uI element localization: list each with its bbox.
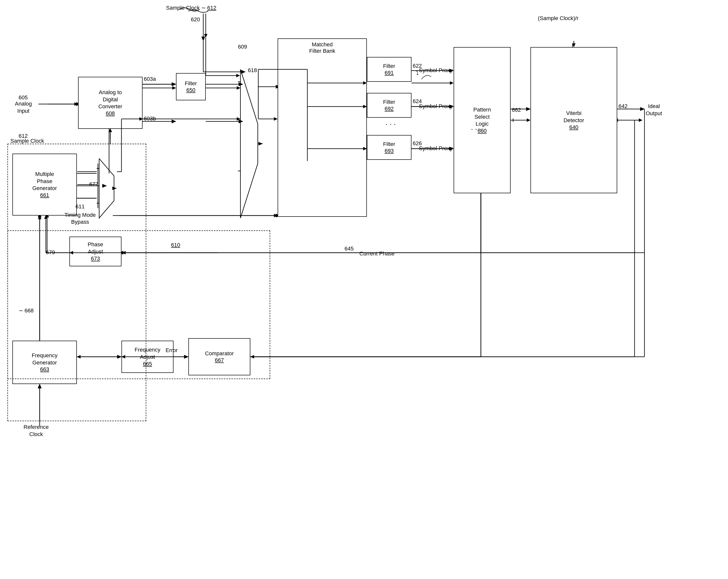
svg-marker-150 bbox=[172, 83, 176, 86]
mfb-label: MatchedFilter Bank bbox=[309, 42, 335, 54]
label-645: 645 bbox=[344, 245, 354, 252]
svg-marker-7 bbox=[172, 83, 176, 86]
filter650-label: Filter bbox=[185, 80, 197, 87]
svg-marker-71 bbox=[259, 142, 263, 145]
filter691-num: 691 bbox=[385, 70, 394, 76]
sample-clock-left-label: Sample Clock bbox=[10, 138, 44, 145]
viterbi-label: Viterbi Detector bbox=[564, 110, 584, 124]
filter693-num: 693 bbox=[385, 148, 394, 154]
svg-marker-9 bbox=[172, 120, 176, 123]
current-phase-label: Current Phase bbox=[359, 250, 395, 257]
label-642: 642 bbox=[619, 103, 628, 110]
timing-mode-bypass-label: 611 Timing ModeBypass bbox=[64, 203, 96, 226]
analog-input-label: AnalogInput bbox=[15, 100, 32, 114]
symbol-proxy-1-label: Symbol Proxy bbox=[419, 67, 452, 74]
svg-marker-36 bbox=[640, 107, 645, 111]
svg-marker-114 bbox=[274, 214, 278, 217]
filter692-block: Filter 692 bbox=[367, 93, 412, 118]
label-662: 662 bbox=[512, 107, 521, 114]
svg-marker-34 bbox=[526, 107, 530, 111]
diagram-container: Analog to Digital Converter 608 Filter 6… bbox=[0, 0, 728, 579]
label-668: ∼ 668 bbox=[19, 307, 34, 314]
filter691-label: Filter bbox=[383, 63, 395, 70]
svg-marker-112 bbox=[572, 43, 576, 47]
filter691-block: Filter 691 bbox=[367, 57, 412, 82]
svg-marker-110 bbox=[639, 118, 643, 122]
svg-marker-123 bbox=[109, 128, 112, 132]
svg-marker-108 bbox=[527, 118, 530, 122]
label-603b: 603b bbox=[144, 115, 156, 122]
viterbi-block: Viterbi Detector 640 bbox=[530, 47, 617, 193]
svg-marker-76 bbox=[112, 187, 116, 190]
filter693-block: Filter 693 bbox=[367, 135, 412, 160]
phase-mux bbox=[97, 154, 116, 223]
sample-clock-620-label: 620 bbox=[191, 16, 200, 23]
svg-marker-78 bbox=[74, 102, 78, 106]
filter650-num: 650 bbox=[186, 87, 196, 93]
dots-label: · · · bbox=[385, 119, 396, 129]
adc-label: Analog to Digital Converter bbox=[98, 89, 123, 110]
filter692-label: Filter bbox=[383, 99, 395, 106]
svg-marker-91 bbox=[274, 117, 278, 121]
label-603a: 603a bbox=[144, 76, 156, 83]
filter692-num: 692 bbox=[385, 106, 394, 112]
label-609: 609 bbox=[238, 43, 247, 51]
label-679: 679 bbox=[46, 249, 55, 256]
svg-marker-80 bbox=[172, 86, 176, 90]
pattern-select-block: Pattern Select Logic 660 bbox=[453, 47, 511, 193]
label-610: 610 bbox=[171, 242, 180, 249]
adc-block: Analog to Digital Converter 608 bbox=[78, 77, 142, 129]
filter693-label: Filter bbox=[383, 141, 395, 148]
svg-marker-1 bbox=[202, 37, 205, 41]
error-label: Error bbox=[165, 347, 178, 354]
adc-num: 608 bbox=[106, 110, 115, 117]
symbol-proxy-2-label: Symbol Proxy bbox=[419, 103, 452, 110]
dots-pattern-label: · · · bbox=[471, 124, 482, 134]
viterbi-num: 640 bbox=[569, 124, 578, 131]
reference-clock-label: ReferenceClock bbox=[24, 424, 49, 438]
svg-marker-102 bbox=[450, 81, 453, 85]
combiner-mux bbox=[238, 59, 263, 228]
matched-filter-bank: MatchedFilter Bank bbox=[278, 38, 367, 217]
sample-clock-r-label: (Sample Clock)/r bbox=[538, 15, 578, 22]
filter650-block: Filter 650 bbox=[176, 73, 206, 100]
symbol-proxy-3-label: Symbol Proxy bbox=[419, 145, 452, 152]
sample-clock-top-label: Sample Clock ∼ 612 bbox=[166, 4, 216, 12]
ideal-output-label: IdealOutput bbox=[646, 103, 662, 117]
svg-marker-86 bbox=[204, 34, 207, 38]
